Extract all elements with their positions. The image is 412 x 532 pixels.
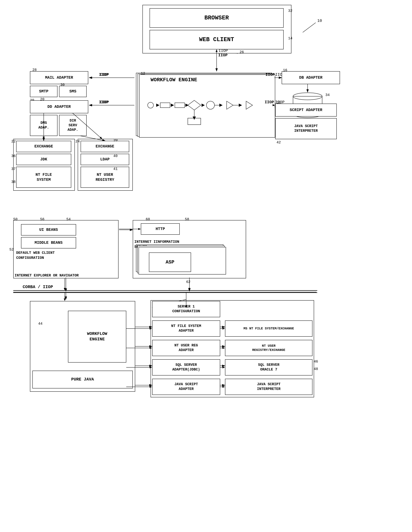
svg-text:IIOP: IIOP bbox=[100, 100, 109, 104]
ref-16: 16 bbox=[283, 68, 287, 72]
ref-12: 12 bbox=[141, 72, 145, 76]
server-adapters-outer-box bbox=[151, 300, 314, 397]
svg-text:IIOP: IIOP bbox=[100, 73, 109, 77]
workflow-engine-label: WORKFLOW ENGINE bbox=[151, 77, 197, 83]
tilde-symbol: ~ bbox=[236, 51, 238, 56]
ref-44: 44 bbox=[38, 322, 42, 326]
svg-marker-50 bbox=[227, 101, 233, 109]
exchange-left-box: EXCHANGE bbox=[16, 141, 71, 152]
workflow-internal-svg bbox=[141, 86, 270, 133]
ref-40: 40 bbox=[113, 154, 117, 158]
svg-text:IIOP: IIOP bbox=[99, 100, 108, 104]
nt-user-registry-box: NT USER REGISTRY bbox=[81, 167, 129, 188]
ref-42: 42 bbox=[277, 141, 281, 144]
exchange-ldap-box: EXCHANGE bbox=[81, 141, 129, 152]
ui-beans-box: UI BEANS bbox=[21, 224, 76, 236]
pure-java-box: PURE JAVA bbox=[32, 371, 133, 389]
ref-26: 26 bbox=[240, 50, 244, 54]
ref-56: 56 bbox=[40, 217, 44, 221]
db-adapter-box: DB ADAPTER bbox=[282, 71, 340, 84]
svg-marker-56 bbox=[246, 101, 253, 109]
asp-box: ASP bbox=[149, 253, 191, 272]
svg-point-47 bbox=[206, 101, 214, 109]
nt-file-system-box: NT FILE SYSTEM bbox=[16, 167, 71, 188]
ref-18: 18 bbox=[277, 101, 281, 105]
ref-39: 39 bbox=[113, 138, 117, 142]
svg-rect-43 bbox=[175, 103, 184, 108]
ref-37: 37 bbox=[11, 167, 16, 171]
workflow-engine-bottom-box: WORKFLOW ENGINE bbox=[68, 311, 126, 362]
svg-marker-45 bbox=[188, 100, 201, 110]
svg-text:10: 10 bbox=[317, 19, 322, 23]
ldap-box: LDAP bbox=[81, 154, 129, 165]
ref-52: 52 bbox=[10, 248, 14, 252]
jdk-box: JDK bbox=[16, 154, 71, 165]
browser-outer-box bbox=[143, 5, 291, 53]
svg-marker-42 bbox=[171, 104, 174, 107]
svg-point-39 bbox=[148, 102, 153, 108]
svg-marker-40 bbox=[156, 104, 159, 107]
ref-36: 36 bbox=[11, 154, 16, 158]
mail-adapter-box: MAIL ADAPTER bbox=[30, 71, 88, 84]
ref-34: 34 bbox=[326, 93, 330, 97]
dir-serv-adap-box: DIR SERV ADAP. bbox=[59, 115, 86, 136]
default-web-client-label: DEFAULT WEB CLIENTCONFIGURATION bbox=[16, 251, 55, 261]
smtp-box: SMTP bbox=[30, 86, 57, 97]
svg-marker-55 bbox=[239, 104, 242, 107]
java-script-interpreter-box: JAVA SCRIPT INTERPRETER bbox=[275, 118, 337, 139]
svg-text:IIOP: IIOP bbox=[99, 73, 108, 77]
script-adapter-box: SCRIPT ADAPTER bbox=[275, 104, 337, 116]
http-box: HTTP bbox=[141, 223, 180, 235]
ref-58: 58 bbox=[185, 217, 189, 221]
ref-28: 28 bbox=[32, 68, 37, 72]
dms-adap-box: DMS ADAP. bbox=[30, 115, 57, 136]
svg-rect-41 bbox=[160, 103, 170, 108]
ref-20: 20 bbox=[40, 97, 44, 102]
iiop-top-label: IIOP bbox=[218, 53, 228, 57]
dd-adapter-box: DD ADAPTER bbox=[30, 100, 88, 113]
middle-beans-box: MIDDLE BEANS bbox=[21, 237, 76, 248]
ref-30: 30 bbox=[60, 83, 65, 87]
ref-41: 41 bbox=[113, 167, 117, 171]
ie-nav-label: INTERNET EXPLORER OR NAVIGATOR bbox=[15, 274, 79, 278]
ref-62: 62 bbox=[186, 280, 190, 284]
ref-48: 48 bbox=[314, 367, 318, 371]
svg-marker-44 bbox=[185, 104, 189, 107]
svg-line-3 bbox=[303, 23, 316, 32]
ref-38: 38 bbox=[11, 180, 16, 184]
ref-22: 22 bbox=[11, 140, 16, 143]
diagram: 10 IIOP ~ 26 IIOP IIOP IIOP IIOP bbox=[0, 0, 412, 532]
ref-24: 24 bbox=[76, 140, 80, 143]
ref-46: 46 bbox=[314, 360, 318, 364]
sms-box: SMS bbox=[59, 86, 86, 97]
ref-60: 60 bbox=[146, 217, 150, 221]
svg-marker-49 bbox=[219, 104, 223, 107]
ref-50: 50 bbox=[13, 217, 18, 221]
ref-54: 54 bbox=[66, 217, 71, 221]
corba-label: CORBA / IIOP bbox=[23, 285, 53, 289]
svg-marker-46 bbox=[201, 104, 205, 107]
